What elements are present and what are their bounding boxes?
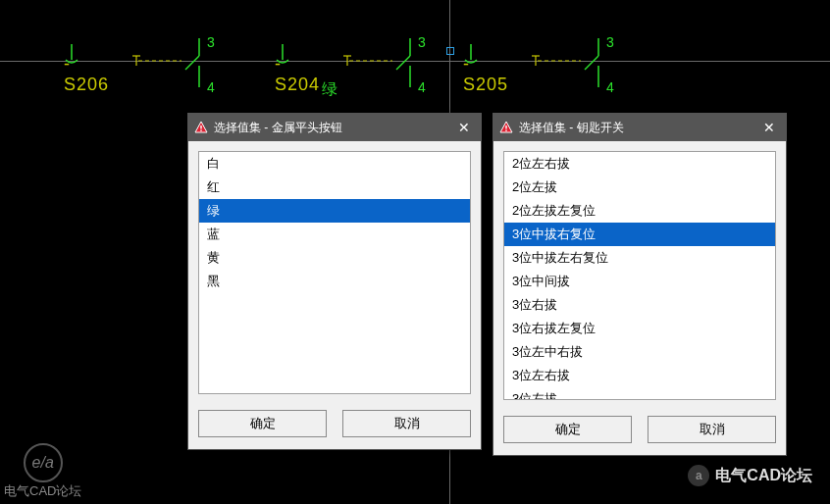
list-item[interactable]: 黄	[199, 246, 470, 270]
component-sublabel: 绿	[322, 79, 337, 100]
pin-top: 3	[207, 34, 215, 50]
value-listbox[interactable]: 2位左右拔2位左拔2位左拔左复位3位中拔右复位3位中拔左右复位3位中间拔3位右拔…	[503, 151, 776, 400]
list-item[interactable]: 3位左拔	[504, 387, 775, 400]
button-row: 确定 取消	[188, 404, 481, 449]
svg-rect-25	[505, 126, 506, 129]
dialog-value-set-left: 选择值集 - 金属平头按钮 ✕ 白红绿蓝黄黑 确定 取消	[187, 113, 482, 450]
list-item[interactable]: 3位右拔左复位	[504, 317, 775, 340]
list-item[interactable]: 黑	[199, 270, 470, 293]
close-icon[interactable]: ✕	[453, 120, 475, 135]
svg-rect-26	[505, 130, 506, 131]
warning-icon	[499, 121, 513, 134]
watermark-text: 电气CAD论坛	[715, 466, 812, 486]
list-item[interactable]: 3位左右拔	[504, 364, 775, 387]
list-item[interactable]: 3位右拔	[504, 293, 775, 317]
ok-button[interactable]: 确定	[503, 416, 632, 443]
list-item[interactable]: 3位中间拔	[504, 270, 775, 293]
svg-line-17	[585, 56, 598, 70]
logo-icon: e/a	[24, 443, 63, 482]
dialog-title: 选择值集 - 钥匙开关	[519, 120, 758, 136]
watermark: a 电气CAD论坛	[688, 465, 812, 486]
list-item[interactable]: 白	[199, 152, 470, 176]
cancel-button[interactable]: 取消	[648, 416, 776, 443]
list-item[interactable]: 2位左拔左复位	[504, 199, 775, 223]
dialog-value-set-right: 选择值集 - 钥匙开关 ✕ 2位左右拔2位左拔2位左拔左复位3位中拔右复位3位中…	[493, 113, 787, 456]
button-row: 确定 取消	[493, 410, 786, 455]
value-listbox[interactable]: 白红绿蓝黄黑	[198, 151, 471, 394]
svg-line-10	[396, 56, 410, 70]
wechat-icon: a	[688, 465, 709, 486]
svg-rect-22	[200, 126, 201, 129]
component-id: -S205	[463, 54, 508, 95]
titlebar[interactable]: 选择值集 - 金属平头按钮 ✕	[188, 114, 481, 141]
pin-top: 3	[418, 34, 426, 50]
list-item[interactable]: 2位左右拔	[504, 152, 775, 176]
logo-text: 电气CAD论坛	[4, 482, 81, 500]
svg-line-3	[185, 56, 199, 70]
list-item[interactable]: 3位左中右拔	[504, 340, 775, 364]
dialog-title: 选择值集 - 金属平头按钮	[214, 120, 453, 136]
list-item[interactable]: 3位中拔右复位	[504, 223, 775, 246]
logo-bottom-left: e/a 电气CAD论坛	[4, 443, 81, 500]
pin-bottom: 4	[418, 79, 426, 95]
warning-icon	[194, 121, 208, 134]
component-id: -S206	[64, 54, 109, 95]
list-item[interactable]: 3位中拔左右复位	[504, 246, 775, 270]
pin-bottom: 4	[207, 79, 215, 95]
pin-bottom: 4	[606, 79, 614, 95]
ok-button[interactable]: 确定	[198, 410, 327, 437]
list-item[interactable]: 红	[199, 176, 470, 199]
svg-rect-23	[200, 130, 201, 131]
titlebar[interactable]: 选择值集 - 钥匙开关 ✕	[493, 114, 786, 141]
list-item[interactable]: 蓝	[199, 223, 470, 246]
list-item[interactable]: 2位左拔	[504, 176, 775, 199]
component-id: -S204	[275, 54, 320, 95]
close-icon[interactable]: ✕	[758, 120, 780, 135]
pin-top: 3	[606, 34, 614, 50]
cancel-button[interactable]: 取消	[342, 410, 471, 437]
selection-marker	[446, 47, 454, 55]
list-item[interactable]: 绿	[199, 199, 470, 223]
